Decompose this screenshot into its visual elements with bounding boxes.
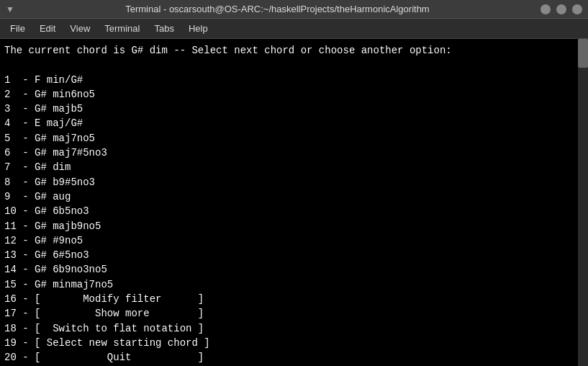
window-minimize-button[interactable] — [556, 4, 566, 14]
menu-view[interactable]: View — [63, 20, 97, 37]
menubar: File Edit View Terminal Tabs Help — [0, 19, 588, 39]
window-maximize-button[interactable] — [572, 4, 582, 14]
menu-file[interactable]: File — [3, 20, 32, 37]
terminal-wrapper: The current chord is G# dim -- Select ne… — [0, 39, 588, 366]
menu-terminal[interactable]: Terminal — [97, 20, 147, 37]
menu-edit[interactable]: Edit — [32, 20, 63, 37]
menu-help[interactable]: Help — [181, 20, 215, 37]
window-hide-button[interactable] — [540, 4, 551, 14]
window-title: Terminal - oscarsouth@OS-ARC:~/haskellPr… — [14, 4, 540, 14]
menu-tabs[interactable]: Tabs — [147, 20, 181, 37]
terminal-output[interactable]: The current chord is G# dim -- Select ne… — [0, 39, 588, 366]
scrollbar-thumb[interactable] — [578, 39, 588, 68]
window-controls — [540, 4, 582, 14]
titlebar-left: ▼ — [6, 4, 14, 14]
scrollbar[interactable] — [578, 39, 588, 366]
titlebar: ▼ Terminal - oscarsouth@OS-ARC:~/haskell… — [0, 0, 588, 19]
chevron-icon[interactable]: ▼ — [6, 4, 14, 14]
